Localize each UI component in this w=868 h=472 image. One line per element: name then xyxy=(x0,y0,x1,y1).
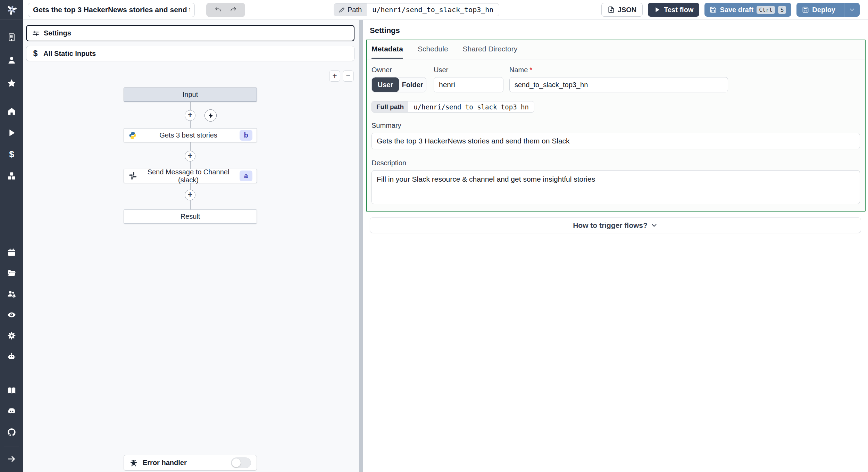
sidebar-item-home[interactable] xyxy=(5,104,19,118)
add-step-button[interactable]: + xyxy=(185,190,195,200)
add-step-button[interactable]: + xyxy=(185,151,195,162)
dollar-icon: $ xyxy=(9,149,14,160)
deploy-options-button[interactable] xyxy=(844,3,860,17)
chevron-down-icon xyxy=(849,6,856,13)
deploy-label: Deploy xyxy=(812,6,835,14)
sidebar-item-schedules[interactable] xyxy=(5,245,19,259)
sidebar-item-github[interactable] xyxy=(5,425,19,439)
undo-icon[interactable] xyxy=(215,6,222,14)
user-field-group: User xyxy=(434,66,503,92)
sidebar-group-admin xyxy=(0,245,23,363)
main-area: Path u/henri/send_to_slack_top3_hn JSON … xyxy=(23,0,868,472)
users-gear-icon xyxy=(7,289,16,299)
flow-node-input[interactable]: Input xyxy=(124,88,257,102)
boxes-icon xyxy=(7,171,16,181)
path-chip[interactable]: Path u/henri/send_to_slack_top3_hn xyxy=(334,3,499,16)
input-node-label: Input xyxy=(128,91,252,99)
sidebar-group-workspace xyxy=(0,20,23,90)
lightning-icon xyxy=(207,112,214,119)
redo-icon[interactable] xyxy=(229,6,237,14)
error-handler-node[interactable]: Error handler xyxy=(124,455,257,471)
tab-schedule[interactable]: Schedule xyxy=(418,45,448,59)
deploy-button[interactable]: Deploy xyxy=(796,3,841,17)
toggle-knob xyxy=(232,458,241,467)
sidebar-group-main: $ xyxy=(0,104,23,183)
json-button[interactable]: JSON xyxy=(601,3,643,17)
expand-sidebar-button[interactable] xyxy=(5,452,19,466)
zoom-out-button[interactable]: − xyxy=(343,71,354,82)
sidebar-item-discord[interactable] xyxy=(5,404,19,418)
name-input[interactable] xyxy=(509,77,728,92)
save-icon xyxy=(710,6,717,13)
how-to-trigger-button[interactable]: How to trigger flows? xyxy=(370,217,861,233)
user-input[interactable] xyxy=(434,77,503,92)
how-to-trigger-label: How to trigger flows? xyxy=(573,221,648,230)
flow-static-inputs-item[interactable]: $ All Static Inputs xyxy=(26,46,354,61)
calendar-icon xyxy=(7,248,16,257)
sidebar-item-user[interactable] xyxy=(5,53,19,67)
undo-redo-group xyxy=(206,3,245,17)
name-field-group: Name* xyxy=(509,66,728,92)
error-handler-toggle[interactable] xyxy=(231,457,251,468)
arrow-right-icon xyxy=(7,454,16,464)
tab-shared-directory[interactable]: Shared Directory xyxy=(463,45,518,59)
test-flow-label: Test flow xyxy=(664,6,693,14)
flow-graph-panel: Settings $ All Static Inputs + − Input + xyxy=(23,20,359,472)
trigger-bolt-button[interactable] xyxy=(205,109,217,122)
sidebar-item-settings[interactable] xyxy=(5,329,19,342)
folder-open-icon xyxy=(7,268,16,278)
summary-label: Summary xyxy=(372,122,860,130)
star-icon xyxy=(7,78,16,88)
test-flow-button[interactable]: Test flow xyxy=(648,3,699,17)
step-a-label: Send Message to Channel (slack) xyxy=(137,168,240,184)
sidebar-item-runs[interactable] xyxy=(5,126,19,140)
shortcut-ctrl: Ctrl xyxy=(757,6,775,14)
path-value: u/henri/send_to_slack_top3_hn xyxy=(367,3,499,16)
shortcut-s: S xyxy=(778,6,786,14)
required-asterisk: * xyxy=(529,66,532,74)
zoom-in-button[interactable]: + xyxy=(329,71,340,82)
sidebar-item-groups[interactable] xyxy=(5,287,19,301)
building-icon xyxy=(7,33,16,42)
sidebar-item-assistant[interactable] xyxy=(5,349,19,363)
windmill-logo[interactable] xyxy=(0,0,23,20)
dollar-icon: $ xyxy=(32,49,39,58)
flow-node-result[interactable]: Result xyxy=(124,209,257,224)
file-export-icon xyxy=(608,6,615,13)
summary-input[interactable] xyxy=(372,133,860,149)
user-icon xyxy=(7,56,16,65)
python-icon xyxy=(128,131,137,140)
sidebar-group-help xyxy=(0,383,23,439)
flow-node-step-a[interactable]: Send Message to Channel (slack) a xyxy=(124,169,257,183)
add-step-button[interactable]: + xyxy=(185,110,195,121)
sidebar-divider-bottom xyxy=(4,447,19,447)
flow-settings-item[interactable]: Settings xyxy=(26,25,354,41)
sliders-icon xyxy=(32,30,40,37)
flow-title-input[interactable] xyxy=(28,3,195,17)
sidebar-item-variables[interactable]: $ xyxy=(5,147,19,161)
path-label: Path xyxy=(348,6,362,14)
save-draft-button[interactable]: Save draft Ctrl S xyxy=(704,3,791,17)
full-path-label: Full path xyxy=(372,101,408,112)
path-chip-label: Path xyxy=(334,3,367,16)
sidebar-divider xyxy=(4,97,19,97)
step-a-badge: a xyxy=(240,171,252,181)
owner-option-folder[interactable]: Folder xyxy=(399,77,426,92)
flow-settings-label: Settings xyxy=(44,29,71,37)
discord-icon xyxy=(7,407,16,416)
deploy-split-button: Deploy xyxy=(796,3,860,17)
flow-node-step-b[interactable]: Gets 3 best stories b xyxy=(124,128,257,142)
panel-resizer[interactable] xyxy=(359,20,363,472)
sidebar-item-audit-logs[interactable] xyxy=(5,308,19,322)
owner-label: Owner xyxy=(372,66,426,74)
tab-metadata[interactable]: Metadata xyxy=(372,45,403,59)
sidebar-item-docs[interactable] xyxy=(5,383,19,397)
sidebar-item-workspace[interactable] xyxy=(5,30,19,44)
sidebar-item-favorites[interactable] xyxy=(5,76,19,90)
owner-option-user[interactable]: User xyxy=(372,77,399,92)
full-path-chip: Full path u/henri/send_to_slack_top3_hn xyxy=(372,101,534,113)
sidebar-item-resources[interactable] xyxy=(5,169,19,183)
description-label: Description xyxy=(372,159,860,167)
description-textarea[interactable]: Fill in your Slack resource & channel an… xyxy=(372,170,860,204)
sidebar-item-folders[interactable] xyxy=(5,266,19,280)
